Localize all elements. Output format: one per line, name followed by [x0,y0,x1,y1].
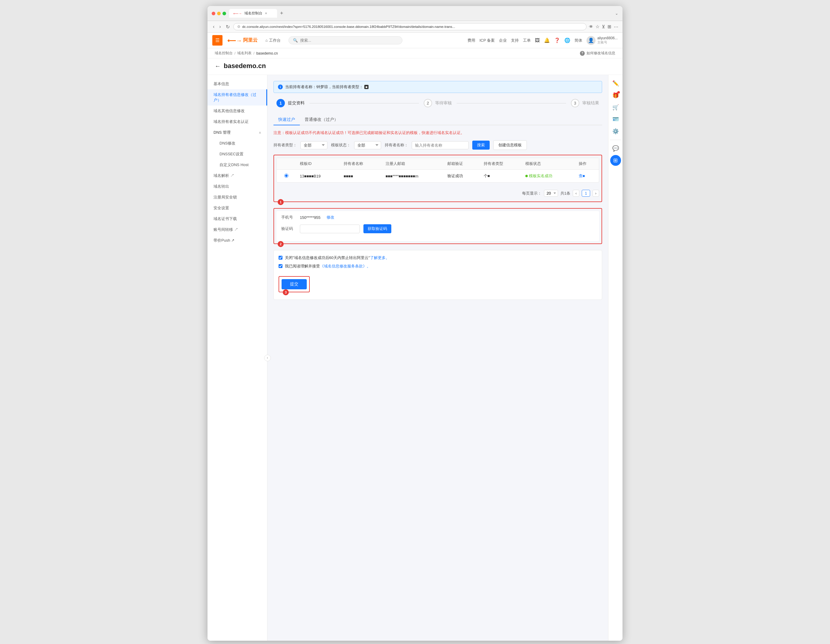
phone-value: 150*****955 [300,215,320,220]
address-bar[interactable]: ⚙ dc.console.aliyun.com/next/index?spm=5… [233,23,586,30]
sidebar-item-dns-modify[interactable]: DNS修改 [211,138,267,149]
template-status-select[interactable]: 全部 [354,141,381,149]
nav-icp[interactable]: ICP 备案 [480,38,495,43]
sidebar-item-push[interactable]: 带价Push ↗ [208,235,267,246]
search-input[interactable] [300,38,398,43]
right-panel-gift[interactable]: 🎁 [610,90,621,101]
fullscreen-dot[interactable] [222,12,226,15]
right-panel-chat[interactable]: 💬 [610,143,621,154]
phone-row: 手机号 150*****955 修改 [281,215,594,220]
workbench-nav[interactable]: ⌂ 工作台 [262,36,284,44]
sidebar-collapse-button[interactable]: ‹ [264,355,271,361]
tab-label: 域名控制台 [244,11,262,16]
right-panel-id[interactable]: 🪪 [610,114,621,125]
tabs-row: 快速过户 普通修改（过户） [274,114,602,125]
prev-page-button[interactable]: ‹ [573,190,579,197]
logo-text: 阿里云 [243,37,258,43]
get-code-button[interactable]: 获取验证码 [363,224,391,233]
next-page-button[interactable]: › [592,190,599,197]
browser-tab[interactable]: ⟵→ 域名控制台 ✕ [229,9,277,18]
right-panel-pencil[interactable]: ✏️ [610,78,621,89]
step-label-1: 提交资料 [288,100,305,106]
nav-support[interactable]: 支持 [511,38,519,43]
create-template-button[interactable]: 创建信息模板 [493,140,527,150]
sidebar-item-reg-lock[interactable]: 注册局安全锁 [208,192,267,203]
checkbox-2[interactable] [279,264,282,268]
user-menu[interactable]: 👤 aliyun8806... 主账号 [586,36,618,45]
sidebar-item-real-name[interactable]: 域名持有者实名认证 [208,116,267,127]
row-action-link[interactable]: 查■ [579,174,585,178]
nav-cost[interactable]: 费用 [467,38,475,43]
checkbox-row-2: 我已阅读理解并接受《域名信息修改服务条款》。 [279,264,597,269]
current-page: 1 [582,190,590,197]
right-panel-grid[interactable]: ⊞ [610,155,621,166]
holder-type-label: 持有者类型： [274,142,297,148]
modify-phone-link[interactable]: 修改 [326,215,334,220]
breadcrumb-domain-console[interactable]: 域名控制台 [215,51,233,56]
security-icon: ⚙ [237,25,241,29]
right-panel-cart[interactable]: 🛒 [610,102,621,113]
help-icon[interactable]: ❓ [554,38,560,43]
sidebar-item-domain-transfer[interactable]: 域名转出 [208,181,267,192]
table-row: 13■■■■B19 ■■■■ ■■■****■■■■■■■m 验证成功 个■ 模… [277,170,599,183]
sidebar-item-basic-info[interactable]: 基本信息 [208,79,267,89]
globe-icon[interactable]: 🌐 [564,38,570,43]
right-panel-gear[interactable]: ⚙️ [610,126,621,137]
tab-quick-transfer[interactable]: 快速过户 [274,114,300,125]
sidebar-item-account-transfer[interactable]: 账号间转移 ↗ [208,224,267,235]
sidebar-item-dnssec[interactable]: DNSSEC设置 [211,149,267,160]
table-wrap: 模板ID 持有者名称 注册人邮箱 邮箱验证 持有者类型 模板状态 操作 [276,158,599,183]
hamburger-button[interactable]: ☰ [212,35,222,46]
breadcrumb-domain-list[interactable]: 域名列表 [237,51,252,56]
breadcrumb-current: basedemo.cn [257,51,278,55]
step-label-3: 审核结果 [582,100,599,106]
sidebar-item-other-info[interactable]: 域名其他信息修改 [208,106,267,116]
hamburger-icon: ☰ [215,38,220,43]
checkbox-2-link[interactable]: 《域名信息修改服务条款》。 [320,264,371,268]
verify-label: 验证码 [281,226,296,231]
extensions-icon[interactable]: ⊞ [608,24,611,29]
sidebar-label-dns-resolve: 域名解析 ↗ [214,173,234,179]
sidebar-item-dns-resolve[interactable]: 域名解析 ↗ [208,170,267,181]
sidebar-item-holder-change[interactable]: 域名持有者信息修改（过户） [208,89,267,106]
bookmark-icon[interactable]: ☆ [596,24,599,29]
tab-normal-modify[interactable]: 普通修改（过户） [300,114,343,125]
refresh-button[interactable]: ↻ [225,24,231,30]
nav-ticket[interactable]: 工单 [523,38,531,43]
col-holder-name: 持有者名称 [339,158,382,170]
close-dot[interactable] [212,12,215,15]
bell-icon[interactable]: 🔔 [544,38,550,43]
sidebar-item-dns-manage[interactable]: DNS 管理 ∧ [208,127,267,138]
sidebar-label-holder-change: 域名持有者信息修改（过户） [214,92,260,103]
tab-chevron-icon[interactable]: ⌄ [615,11,618,16]
app-container: ☰ ⟵→ 阿里云 ⌂ 工作台 🔍 费用 ICP 备案 企业 支持 [208,33,622,641]
holder-name-input[interactable] [412,141,469,149]
holder-type-select[interactable]: 全部 [301,141,328,149]
row-radio-input[interactable] [284,174,288,178]
verify-code-input[interactable] [300,225,360,233]
minimize-dot[interactable] [217,12,221,15]
tab-close-button[interactable]: ✕ [265,12,267,15]
checkbox-1[interactable] [279,256,282,259]
sidebar-item-security[interactable]: 安全设置 [208,203,267,214]
profile-icon[interactable]: ⊻ [602,24,605,29]
sidebar-item-cert-download[interactable]: 域名证书下载 [208,214,267,224]
nav-enterprise[interactable]: 企业 [499,38,507,43]
back-arrow[interactable]: ← [215,63,221,70]
forward-button[interactable]: › [218,24,222,30]
search-button[interactable]: 搜索 [472,141,489,150]
breadcrumb-help[interactable]: ? 如何修改域名信息 [580,51,615,56]
submit-highlight-box: 提交 3 [279,276,310,292]
sidebar-item-custom-dns[interactable]: 自定义DNS Host [211,160,267,170]
back-button[interactable]: ‹ [212,24,215,30]
eye-off-icon[interactable]: 👁 [589,24,593,29]
checkbox-1-link[interactable]: 了解更多。 [370,255,390,260]
template-status-label: 模板状态： [331,142,350,148]
page-size-select[interactable]: 20 [544,190,558,197]
language-label[interactable]: 简体 [575,38,582,43]
image-icon[interactable]: 🖼 [535,38,540,43]
more-icon[interactable]: ⋯ [614,24,618,29]
filter-row: 持有者类型： 全部 模板状态： 全部 持有者名称： 搜索 创建信息模板 [274,140,602,150]
submit-button[interactable]: 提交 [282,279,307,289]
new-tab-button[interactable]: + [280,10,284,16]
